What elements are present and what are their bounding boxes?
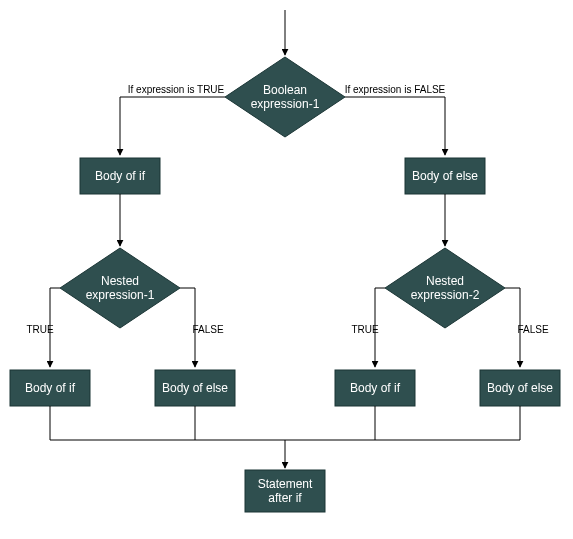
node-nested-expression-1-line2: expression-1 xyxy=(86,288,155,302)
node-nested-expression-1-line1: Nested xyxy=(101,274,139,288)
node-body-of-if-2-label: Body of if xyxy=(25,381,76,395)
node-nested-expression-2-line1: Nested xyxy=(426,274,464,288)
node-boolean-expression-1-line2: expression-1 xyxy=(251,97,320,111)
node-statement-after-if-line2: after if xyxy=(268,491,302,505)
node-nested-expression-1: Nested expression-1 xyxy=(60,248,180,328)
label-nested1-false: FALSE xyxy=(192,324,223,335)
node-body-of-else-2: Body of else xyxy=(155,370,235,406)
edge-bool1-true xyxy=(120,97,225,155)
node-body-of-if-1: Body of if xyxy=(80,158,160,194)
edge-bool1-false xyxy=(345,97,445,155)
label-nested2-true: TRUE xyxy=(351,324,379,335)
node-body-of-else-3-label: Body of else xyxy=(487,381,553,395)
label-bool1-true: If expression is TRUE xyxy=(128,84,225,95)
node-body-of-else-2-label: Body of else xyxy=(162,381,228,395)
label-bool1-false: If expression is FALSE xyxy=(345,84,446,95)
node-body-of-if-3: Body of if xyxy=(335,370,415,406)
node-statement-after-if-line1: Statement xyxy=(258,477,313,491)
node-body-of-else-1: Body of else xyxy=(405,158,485,194)
label-nested1-true: TRUE xyxy=(26,324,54,335)
label-nested2-false: FALSE xyxy=(517,324,548,335)
node-body-of-else-1-label: Body of else xyxy=(412,169,478,183)
node-body-of-if-1-label: Body of if xyxy=(95,169,146,183)
node-body-of-if-3-label: Body of if xyxy=(350,381,401,395)
node-nested-expression-2-line2: expression-2 xyxy=(411,288,480,302)
node-body-of-else-3: Body of else xyxy=(480,370,560,406)
node-boolean-expression-1: Boolean expression-1 xyxy=(225,57,345,137)
node-body-of-if-2: Body of if xyxy=(10,370,90,406)
flowchart-canvas: Boolean expression-1 If expression is TR… xyxy=(0,0,573,539)
node-nested-expression-2: Nested expression-2 xyxy=(385,248,505,328)
node-statement-after-if: Statement after if xyxy=(245,470,325,512)
edge-merge-4 xyxy=(285,406,520,440)
edge-merge-1 xyxy=(50,406,285,440)
node-boolean-expression-1-line1: Boolean xyxy=(263,83,307,97)
